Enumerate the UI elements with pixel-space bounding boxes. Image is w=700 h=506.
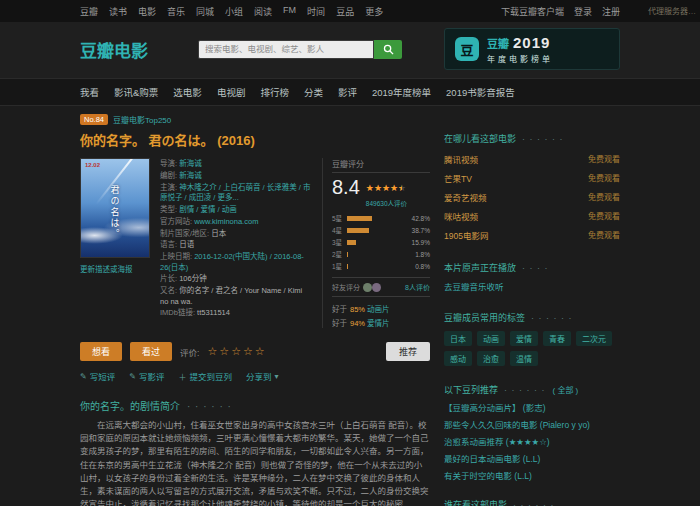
download-app-link[interactable]: 下载豆瓣客户端 — [501, 5, 564, 18]
nav-item[interactable]: 2019年度榜单 — [372, 85, 431, 99]
register-link[interactable]: 注册 — [602, 5, 620, 18]
top-nav-item[interactable]: 时间 — [307, 5, 325, 18]
watch-platform-row[interactable]: 爱奇艺视频 免费观看 — [444, 187, 620, 206]
doulist-all-link[interactable]: ( 全部 ) — [553, 384, 579, 395]
rating-dist-row: 2星 1.8% — [332, 249, 430, 259]
tag-chip[interactable]: 青春 — [543, 331, 571, 346]
doulist-item[interactable]: 治愈系动画推荐 (★★★★☆) — [444, 435, 620, 447]
top-nav-item[interactable]: 音乐 — [167, 5, 185, 18]
recommend-button[interactable]: 推荐 — [386, 342, 430, 361]
login-link[interactable]: 登录 — [574, 5, 592, 18]
friend-avatar[interactable] — [363, 283, 372, 292]
action-row: 想看 看过 评价: ☆☆☆☆☆ 推荐 — [80, 342, 430, 361]
movie-title: 你的名字。 君の名は。 (2016) — [80, 130, 430, 149]
free-watch-note: 免费观看 — [588, 210, 620, 222]
better-than-line: 好于85%动画片 — [332, 303, 430, 314]
doulist-item[interactable]: 最好的日本动画电影 (L.L) — [444, 452, 620, 464]
top-nav-item[interactable]: 同城 — [196, 5, 214, 18]
tag-chip[interactable]: 感动 — [444, 351, 472, 366]
star-rating: ★★★★★ ★★★★★ — [366, 184, 406, 193]
info-line: 编剧: 新海诚 — [160, 171, 312, 181]
nav-item[interactable]: 我看 — [80, 85, 99, 99]
info-line: 片长: 106分钟 — [160, 274, 312, 284]
rating-panel: 豆瓣评分 8.4 ★★★★★ ★★★★★ 849630人评价 — [322, 158, 430, 328]
nav-item[interactable]: 排行榜 — [260, 85, 289, 99]
genre-ranking-link[interactable]: 爱情片 — [367, 319, 390, 328]
rating-distribution: 5星 42.8% 4星 38.7% 3星 — [332, 213, 430, 271]
search-input[interactable] — [198, 40, 374, 59]
tag-chip[interactable]: 二次元 — [576, 331, 612, 346]
rating-votes-link[interactable]: 849630人评价 — [366, 198, 407, 208]
friend-avatar[interactable] — [372, 283, 381, 292]
top-nav-item[interactable]: 豆品 — [336, 5, 354, 18]
nav-item[interactable]: 2019书影音报告 — [446, 85, 515, 99]
top-nav-item[interactable]: 豆瓣 — [80, 5, 98, 18]
top-nav-item[interactable]: 小组 — [225, 5, 243, 18]
nav-item[interactable]: 电视剧 — [217, 85, 246, 99]
site-logo[interactable]: 豆瓣电影 — [80, 37, 198, 62]
doulist-item[interactable]: 【豆瓣高分动画片】 (影志) — [444, 401, 620, 413]
tag-chip[interactable]: 爱情 — [510, 331, 538, 346]
wish-button[interactable]: 想看 — [80, 342, 122, 361]
info-line: 制片国家/地区: 日本 — [160, 229, 312, 239]
doulist-item[interactable]: 有关于时空的电影 (L.L) — [444, 469, 620, 481]
platform-link[interactable]: 1905电影网 — [444, 229, 488, 241]
friends-rating: 好友评分 8人评价 — [332, 277, 430, 297]
friends-votes-link[interactable]: 8人评价 — [405, 282, 430, 292]
info-line: 上映日期: 2016-12-02(中国大陆) / 2016-08-26(日本) — [160, 252, 312, 273]
dist-bar — [347, 252, 348, 257]
nav-item[interactable]: 影评 — [338, 85, 357, 99]
platform-link[interactable]: 腾讯视频 — [444, 153, 478, 165]
ost-heading: 本片原声正在播放 — [444, 261, 516, 274]
watch-platform-row[interactable]: 芒果TV 免费观看 — [444, 168, 620, 187]
top-nav-item[interactable]: 电影 — [138, 5, 156, 18]
top250-link[interactable]: 豆瓣电影Top250 — [113, 114, 171, 125]
where-to-watch-section: 在哪儿看这部电影 · · · · · · 腾讯视频 免费观看 芒果TV 免费观看 — [444, 132, 620, 244]
movie-poster[interactable]: 12.02 君の名は。 — [80, 158, 150, 258]
rating-caption: 豆瓣评分 — [332, 158, 430, 173]
top-nav-item[interactable]: FM — [283, 5, 296, 18]
write-review-link[interactable]: ✎写影评 — [129, 370, 164, 382]
tag-chip[interactable]: 日本 — [444, 331, 472, 346]
seen-button[interactable]: 看过 — [130, 342, 172, 361]
platform-link[interactable]: 爱奇艺视频 — [444, 191, 487, 203]
platform-link[interactable]: 咪咕视频 — [444, 210, 478, 222]
movie-info: 导演: 新海诚 编剧: 新海诚 主演: 神木隆之介 / 上白石萌音 / 长泽雅美… — [150, 158, 322, 328]
genre-ranking-link[interactable]: 动画片 — [367, 305, 390, 314]
doulist-item[interactable]: 那些令人久久回味的电影 (Pialero y yo) — [444, 418, 620, 430]
search-button[interactable] — [374, 40, 402, 59]
top-nav-item[interactable]: 阅读 — [254, 5, 272, 18]
synopsis-paragraph: 在远离大都会的小山村，住着巫女世家出身的高中女孩宫水三叶（上白石萌音 配音）。校… — [80, 419, 430, 506]
listen-on-douban-music-link[interactable]: 去豆瓣音乐收听 — [444, 280, 504, 292]
ost-section: 本片原声正在播放 · · · · 去豆瓣音乐收听 — [444, 261, 620, 294]
platform-link[interactable]: 芒果TV — [444, 172, 472, 184]
top-nav-item[interactable]: 读书 — [109, 5, 127, 18]
doulist-heading: 以下豆列推荐 — [444, 383, 498, 396]
write-short-review-link[interactable]: ✎写短评 — [80, 370, 115, 382]
tag-chip[interactable]: 治愈 — [477, 351, 505, 366]
nav-item[interactable]: 影讯&购票 — [114, 85, 158, 99]
share-link[interactable]: 分享到▾ — [246, 370, 279, 382]
rate-star-input[interactable]: ☆☆☆☆☆ — [207, 345, 266, 358]
secondary-actions: ✎写短评 ✎写影评 ＋提交到豆列 分享到▾ — [80, 370, 430, 382]
pencil-icon: ✎ — [80, 372, 87, 381]
proxy-note: 代理服务器… — [648, 5, 696, 16]
rating-score: 8.4 — [332, 177, 360, 197]
better-than-block: 好于85%动画片 好于94%爱情片 — [332, 303, 430, 328]
friends-rating-label: 好友评分 — [332, 282, 360, 292]
synopsis-section-head: 你的名字。的剧情简介 · · · · · · — [80, 398, 430, 413]
update-poster-link[interactable]: 更新描述或海报 — [80, 263, 150, 274]
watch-platform-row[interactable]: 1905电影网 免费观看 — [444, 225, 620, 244]
rate-label: 评价: — [180, 346, 199, 358]
top-nav-item[interactable]: 更多 — [365, 5, 383, 18]
chevron-down-icon: ▾ — [274, 372, 278, 381]
watch-platform-row[interactable]: 腾讯视频 免费观看 — [444, 149, 620, 168]
annual-list-banner[interactable]: 豆 豆瓣 2019 年度电影榜单 — [444, 28, 620, 70]
add-to-doulist-link[interactable]: ＋提交到豆列 — [178, 370, 232, 382]
nav-item[interactable]: 分类 — [304, 85, 323, 99]
watch-platform-row[interactable]: 咪咕视频 免费观看 — [444, 206, 620, 225]
tag-chip[interactable]: 温情 — [510, 351, 538, 366]
free-watch-note: 免费观看 — [588, 229, 620, 241]
nav-item[interactable]: 选电影 — [173, 85, 202, 99]
tag-chip[interactable]: 动画 — [477, 331, 505, 346]
